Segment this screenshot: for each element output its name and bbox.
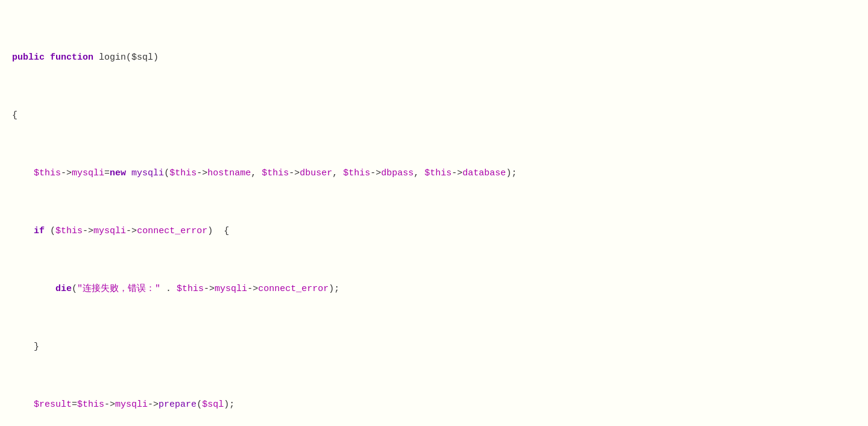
code-line-7: $result=$this->mysqli->prepare($sql);	[12, 398, 856, 412]
code-line-6: }	[12, 340, 856, 354]
func-name-login: login($sql)	[99, 52, 159, 63]
code-line-3: $this->mysqli=new mysqli($this->hostname…	[12, 166, 856, 181]
keyword-function: function	[50, 52, 93, 63]
str-connect-error: "连接失败，错误："	[77, 284, 160, 294]
keyword-die: die	[55, 284, 72, 294]
var-this-mysqli: $this	[34, 168, 61, 178]
keyword-if-1: if	[34, 226, 45, 236]
code-line-2: {	[12, 108, 856, 123]
code-line-1: public function login($sql)	[12, 51, 856, 65]
keyword-new: new	[110, 168, 126, 178]
brace-open: {	[12, 110, 17, 121]
code-line-4: if ($this->mysqli->connect_error) {	[12, 224, 856, 239]
code-container: public function login($sql) { $this->mys…	[0, 5, 868, 426]
var-hostname: $this	[169, 168, 197, 178]
prop-mysqli: mysqli	[72, 168, 104, 178]
code-line-5: die("连接失败，错误：" . $this->mysqli->connect_…	[12, 282, 856, 296]
func-mysqli: mysqli	[131, 168, 164, 178]
keyword-public: public	[12, 52, 45, 63]
